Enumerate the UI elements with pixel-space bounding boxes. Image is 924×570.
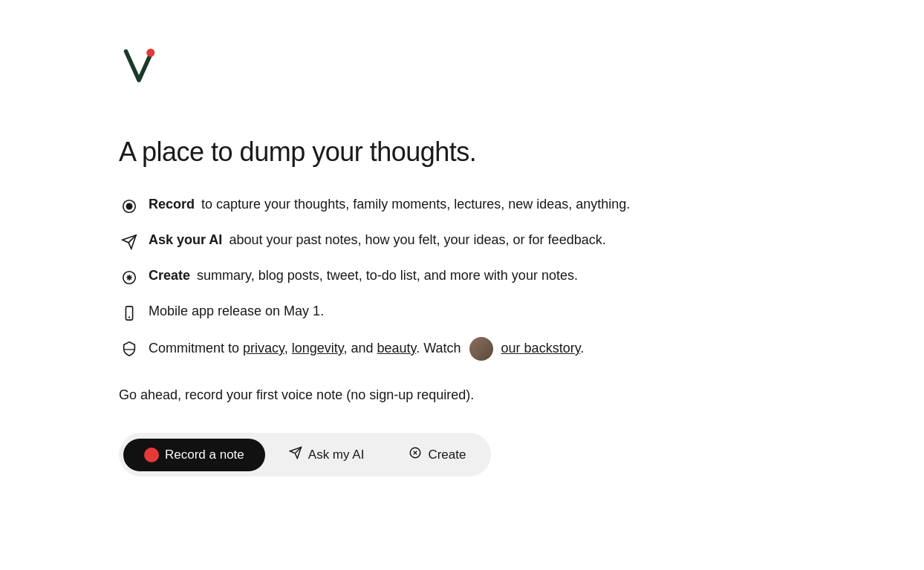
record-tab-label: Record a note [165, 448, 244, 462]
feature-list: Record to capture your thoughts, family … [119, 194, 924, 361]
record-tab-button[interactable]: Record a note [123, 439, 265, 471]
send-icon [119, 232, 140, 252]
beauty-link[interactable]: beauty [377, 341, 417, 356]
svg-point-0 [146, 49, 154, 57]
cta-text: Go ahead, record your first voice note (… [119, 387, 924, 403]
feature-create-text: Create summary, blog posts, tweet, to-do… [149, 266, 578, 286]
create-tab-label: Create [428, 448, 466, 462]
feature-record: Record to capture your thoughts, family … [119, 194, 924, 217]
create-tab-icon [409, 446, 422, 463]
ask-ai-tab-button[interactable]: Ask my AI [268, 437, 385, 472]
feature-record-bold: Record [149, 197, 195, 212]
feature-commitment: Commitment to privacy, longevity, and be… [119, 337, 924, 361]
send-tab-icon [289, 446, 302, 463]
feature-commitment-text: Commitment to privacy, longevity, and be… [149, 337, 584, 361]
feature-ask-ai: Ask your AI about your past notes, how y… [119, 230, 924, 252]
feature-mobile: Mobile app release on May 1. [119, 301, 924, 324]
feature-mobile-text: Mobile app release on May 1. [149, 301, 324, 321]
longevity-link[interactable]: longevity [292, 341, 344, 356]
feature-ask-ai-bold: Ask your AI [149, 232, 222, 247]
phone-icon [119, 303, 140, 324]
headline: A place to dump your thoughts. [119, 137, 924, 168]
privacy-link[interactable]: privacy [243, 341, 284, 356]
feature-ask-ai-text: Ask your AI about your past notes, how y… [149, 230, 606, 250]
feature-create-bold: Create [149, 268, 190, 283]
logo-container [119, 45, 924, 92]
tab-bar: Record a note Ask my AI Create [119, 433, 491, 476]
create-tab-button[interactable]: Create [388, 437, 487, 472]
record-dot-icon [144, 448, 159, 462]
backstory-link[interactable]: our backstory [501, 341, 581, 356]
svg-point-2 [126, 203, 131, 209]
create-icon [119, 267, 140, 288]
ask-ai-tab-label: Ask my AI [308, 448, 365, 462]
shield-icon [119, 338, 140, 359]
feature-record-text: Record to capture your thoughts, family … [149, 194, 630, 214]
vox-logo [119, 45, 160, 89]
feature-create: Create summary, blog posts, tweet, to-do… [119, 266, 924, 288]
record-icon [119, 196, 140, 217]
backstory-avatar [469, 337, 493, 361]
